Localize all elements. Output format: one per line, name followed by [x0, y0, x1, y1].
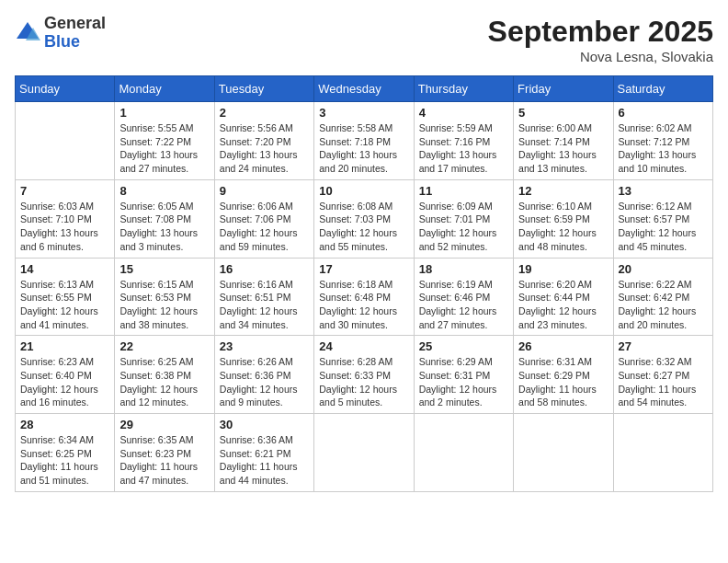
calendar-cell: 24Sunrise: 6:28 AMSunset: 6:33 PMDayligh… — [314, 336, 414, 414]
day-of-week-header: Thursday — [414, 76, 513, 102]
day-number: 29 — [119, 418, 209, 431]
day-info: Sunrise: 5:55 AMSunset: 7:22 PMDaylight:… — [119, 121, 209, 176]
calendar-week-row: 7Sunrise: 6:03 AMSunset: 7:10 PMDaylight… — [16, 179, 713, 258]
calendar-cell: 8Sunrise: 6:05 AMSunset: 7:08 PMDaylight… — [115, 179, 214, 258]
day-number: 14 — [20, 262, 109, 276]
day-info: Sunrise: 6:25 AMSunset: 6:38 PMDaylight:… — [119, 355, 209, 409]
calendar-cell: 4Sunrise: 5:59 AMSunset: 7:16 PMDaylight… — [414, 102, 513, 180]
day-number: 27 — [619, 339, 708, 353]
day-info: Sunrise: 6:28 AMSunset: 6:33 PMDaylight:… — [319, 355, 408, 409]
day-info: Sunrise: 6:29 AMSunset: 6:31 PMDaylight:… — [419, 355, 508, 409]
calendar-cell: 6Sunrise: 6:02 AMSunset: 7:12 PMDaylight… — [613, 102, 712, 180]
calendar-cell — [514, 414, 613, 492]
calendar-table: SundayMondayTuesdayWednesdayThursdayFrid… — [15, 75, 713, 492]
day-of-week-header: Tuesday — [214, 76, 313, 102]
day-of-week-header: Friday — [514, 76, 613, 102]
day-info: Sunrise: 6:31 AMSunset: 6:29 PMDaylight:… — [518, 355, 608, 409]
calendar-cell: 30Sunrise: 6:36 AMSunset: 6:21 PMDayligh… — [214, 414, 313, 492]
calendar-week-row: 14Sunrise: 6:13 AMSunset: 6:55 PMDayligh… — [16, 258, 713, 336]
day-number: 8 — [119, 184, 209, 198]
calendar-cell — [16, 102, 115, 180]
day-info: Sunrise: 6:05 AMSunset: 7:08 PMDaylight:… — [119, 200, 209, 254]
page-header: General Blue September 2025 Nova Lesna, … — [15, 15, 713, 64]
calendar-cell: 22Sunrise: 6:25 AMSunset: 6:38 PMDayligh… — [115, 336, 214, 414]
calendar-cell: 23Sunrise: 6:26 AMSunset: 6:36 PMDayligh… — [214, 336, 313, 414]
day-number: 19 — [518, 262, 608, 276]
day-info: Sunrise: 6:06 AMSunset: 7:06 PMDaylight:… — [220, 200, 309, 254]
day-number: 28 — [20, 418, 109, 431]
day-info: Sunrise: 6:13 AMSunset: 6:55 PMDaylight:… — [20, 278, 109, 332]
day-info: Sunrise: 6:03 AMSunset: 7:10 PMDaylight:… — [20, 200, 109, 254]
calendar-cell: 26Sunrise: 6:31 AMSunset: 6:29 PMDayligh… — [514, 336, 613, 414]
calendar-cell — [613, 414, 712, 492]
logo-blue: Blue — [44, 33, 106, 52]
day-number: 12 — [518, 184, 608, 198]
day-number: 16 — [220, 262, 309, 276]
calendar-week-row: 1Sunrise: 5:55 AMSunset: 7:22 PMDaylight… — [16, 102, 713, 180]
day-of-week-header: Sunday — [16, 76, 115, 102]
day-number: 10 — [319, 184, 408, 198]
day-number: 13 — [619, 184, 708, 198]
day-number: 17 — [319, 262, 408, 276]
calendar-header-row: SundayMondayTuesdayWednesdayThursdayFrid… — [16, 76, 713, 102]
day-number: 11 — [419, 184, 508, 198]
day-number: 25 — [419, 339, 508, 353]
day-number: 18 — [419, 262, 508, 276]
calendar-cell: 9Sunrise: 6:06 AMSunset: 7:06 PMDaylight… — [214, 179, 313, 258]
day-info: Sunrise: 6:12 AMSunset: 6:57 PMDaylight:… — [619, 200, 708, 254]
calendar-cell: 21Sunrise: 6:23 AMSunset: 6:40 PMDayligh… — [16, 336, 115, 414]
day-info: Sunrise: 6:22 AMSunset: 6:42 PMDaylight:… — [619, 278, 708, 332]
calendar-cell: 27Sunrise: 6:32 AMSunset: 6:27 PMDayligh… — [613, 336, 712, 414]
calendar-cell: 12Sunrise: 6:10 AMSunset: 6:59 PMDayligh… — [514, 179, 613, 258]
day-info: Sunrise: 6:09 AMSunset: 7:01 PMDaylight:… — [419, 200, 508, 254]
location: Nova Lesna, Slovakia — [488, 49, 713, 64]
day-of-week-header: Wednesday — [314, 76, 414, 102]
day-info: Sunrise: 6:20 AMSunset: 6:44 PMDaylight:… — [518, 278, 608, 332]
day-info: Sunrise: 6:36 AMSunset: 6:21 PMDaylight:… — [220, 433, 309, 488]
day-info: Sunrise: 6:23 AMSunset: 6:40 PMDaylight:… — [20, 355, 109, 409]
calendar-week-row: 21Sunrise: 6:23 AMSunset: 6:40 PMDayligh… — [16, 336, 713, 414]
calendar-cell: 11Sunrise: 6:09 AMSunset: 7:01 PMDayligh… — [414, 179, 513, 258]
calendar-cell: 5Sunrise: 6:00 AMSunset: 7:14 PMDaylight… — [514, 102, 613, 180]
day-of-week-header: Saturday — [613, 76, 712, 102]
day-number: 7 — [20, 184, 109, 198]
day-info: Sunrise: 6:02 AMSunset: 7:12 PMDaylight:… — [619, 121, 708, 176]
day-number: 20 — [619, 262, 708, 276]
month-title: September 2025 — [488, 15, 713, 49]
day-info: Sunrise: 6:32 AMSunset: 6:27 PMDaylight:… — [619, 355, 708, 409]
calendar-cell: 25Sunrise: 6:29 AMSunset: 6:31 PMDayligh… — [414, 336, 513, 414]
day-info: Sunrise: 6:18 AMSunset: 6:48 PMDaylight:… — [319, 278, 408, 332]
day-info: Sunrise: 5:59 AMSunset: 7:16 PMDaylight:… — [419, 121, 508, 176]
calendar-cell: 18Sunrise: 6:19 AMSunset: 6:46 PMDayligh… — [414, 258, 513, 336]
day-number: 24 — [319, 339, 408, 353]
calendar-cell: 1Sunrise: 5:55 AMSunset: 7:22 PMDaylight… — [115, 102, 214, 180]
day-info: Sunrise: 6:08 AMSunset: 7:03 PMDaylight:… — [319, 200, 408, 254]
day-info: Sunrise: 6:19 AMSunset: 6:46 PMDaylight:… — [419, 278, 508, 332]
calendar-cell: 29Sunrise: 6:35 AMSunset: 6:23 PMDayligh… — [115, 414, 214, 492]
day-number: 1 — [119, 106, 209, 120]
day-number: 4 — [419, 106, 508, 120]
day-info: Sunrise: 5:56 AMSunset: 7:20 PMDaylight:… — [220, 121, 309, 176]
day-number: 26 — [518, 339, 608, 353]
day-number: 9 — [220, 184, 309, 198]
calendar-cell: 28Sunrise: 6:34 AMSunset: 6:25 PMDayligh… — [16, 414, 115, 492]
day-of-week-header: Monday — [115, 76, 214, 102]
calendar-cell: 20Sunrise: 6:22 AMSunset: 6:42 PMDayligh… — [613, 258, 712, 336]
calendar-cell: 10Sunrise: 6:08 AMSunset: 7:03 PMDayligh… — [314, 179, 414, 258]
logo-icon — [15, 20, 40, 46]
calendar-cell: 14Sunrise: 6:13 AMSunset: 6:55 PMDayligh… — [16, 258, 115, 336]
day-info: Sunrise: 5:58 AMSunset: 7:18 PMDaylight:… — [319, 121, 408, 176]
day-number: 23 — [220, 339, 309, 353]
day-number: 15 — [119, 262, 209, 276]
day-info: Sunrise: 6:10 AMSunset: 6:59 PMDaylight:… — [518, 200, 608, 254]
calendar-cell: 13Sunrise: 6:12 AMSunset: 6:57 PMDayligh… — [613, 179, 712, 258]
calendar-cell: 3Sunrise: 5:58 AMSunset: 7:18 PMDaylight… — [314, 102, 414, 180]
calendar-week-row: 28Sunrise: 6:34 AMSunset: 6:25 PMDayligh… — [16, 414, 713, 492]
calendar-cell — [414, 414, 513, 492]
day-number: 2 — [220, 106, 309, 120]
day-info: Sunrise: 6:34 AMSunset: 6:25 PMDaylight:… — [20, 433, 109, 488]
calendar-cell: 17Sunrise: 6:18 AMSunset: 6:48 PMDayligh… — [314, 258, 414, 336]
day-number: 3 — [319, 106, 408, 120]
day-number: 30 — [220, 418, 309, 431]
calendar-cell: 19Sunrise: 6:20 AMSunset: 6:44 PMDayligh… — [514, 258, 613, 336]
